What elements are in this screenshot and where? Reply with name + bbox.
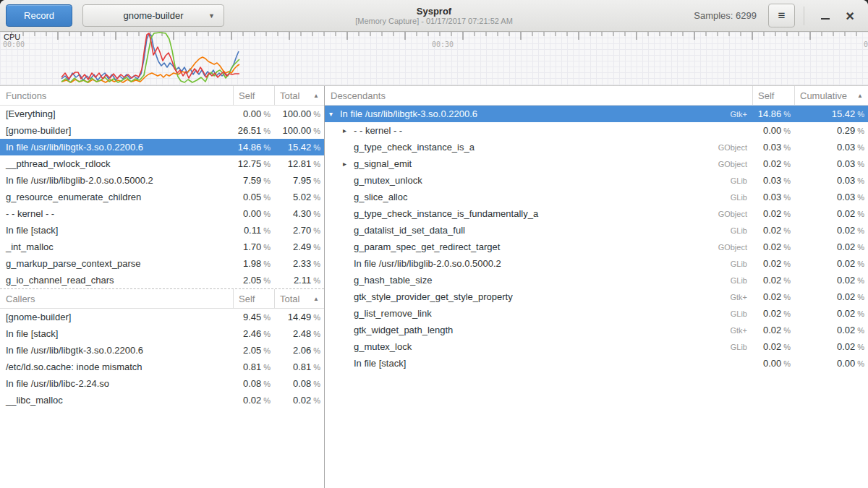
percent-sign-icon: % — [783, 143, 791, 152]
total-value: 15.42% — [274, 142, 324, 153]
tree-row[interactable]: gtk_widget_path_lengthGtk+0.02%0.02% — [325, 322, 868, 338]
self-value: 0.02% — [752, 325, 794, 335]
descendants-table: ▾In file /usr/lib/libgtk-3.so.0.2200.6Gt… — [325, 106, 868, 372]
self-value: 9.45% — [233, 312, 274, 322]
function-label: In file /usr/lib/libgtk-3.so.0.2200.6 — [340, 108, 477, 119]
tree-row[interactable]: g_param_spec_get_redirect_targetGObject0… — [325, 239, 868, 255]
tree-row[interactable]: g_hash_table_sizeGLib0.02%0.02% — [325, 272, 868, 288]
table-row[interactable]: In file [stack]0.11%2.70% — [0, 222, 324, 239]
percent-sign-icon: % — [263, 380, 271, 388]
column-header-total[interactable]: Total▲ — [274, 86, 324, 105]
caller-name: In file /usr/lib/libgtk-3.so.0.2200.6 — [0, 345, 233, 356]
percent-value: 0.02 — [763, 325, 781, 335]
cumulative-value: 0.03% — [794, 158, 868, 169]
table-row[interactable]: /etc/ld.so.cache: inode mismatch0.81%0.8… — [0, 359, 324, 375]
column-header-self[interactable]: Self — [233, 86, 274, 105]
table-row[interactable]: In file /usr/lib/libgtk-3.so.0.2200.62.0… — [0, 342, 324, 359]
column-header-descendants[interactable]: Descendants — [325, 86, 752, 105]
percent-value: 12.75 — [238, 158, 262, 169]
percent-value: 1.98 — [243, 258, 261, 269]
tree-row[interactable]: g_mutex_lockGLib0.02%0.02% — [325, 338, 868, 355]
function-label: g_resource_enumerate_children — [6, 192, 141, 202]
percent-value: 0.00 — [837, 358, 855, 369]
expander-right-icon[interactable]: ▸ — [343, 160, 354, 168]
percent-value: 9.45 — [243, 312, 261, 322]
percent-sign-icon: % — [857, 176, 864, 185]
tree-row[interactable]: ▸g_signal_emitGObject0.02%0.03% — [325, 155, 868, 172]
minimize-button[interactable] — [813, 4, 838, 28]
table-row[interactable]: [gnome-builder]9.45%14.49% — [0, 309, 324, 325]
record-button[interactable]: Record — [6, 4, 72, 27]
library-badge: GObject — [718, 210, 752, 218]
table-row[interactable]: In file [stack]2.46%2.48% — [0, 325, 324, 342]
menu-button[interactable]: ≡ — [768, 4, 795, 27]
table-row[interactable]: - - kernel - -0.00%4.30% — [0, 205, 324, 222]
tree-row[interactable]: g_list_remove_linkGLib0.02%0.02% — [325, 305, 868, 322]
percent-value: 0.02 — [837, 275, 855, 286]
self-value: 2.05% — [233, 345, 274, 356]
tree-row[interactable]: ▸- - kernel - -0.00%0.29% — [325, 122, 868, 139]
percent-sign-icon: % — [313, 143, 320, 152]
library-badge: Gtk+ — [730, 326, 752, 335]
table-row[interactable]: _int_malloc1.70%2.49% — [0, 239, 324, 255]
descendant-name: g_datalist_id_set_data_fullGLib — [325, 225, 752, 236]
descendant-name: g_param_spec_get_redirect_targetGObject — [325, 241, 752, 252]
function-label: __libc_malloc — [6, 395, 63, 406]
table-row[interactable]: __libc_malloc0.02%0.02% — [0, 392, 324, 408]
cpu-graph[interactable]: CPU 00:00 00:30 01:00 — [0, 32, 868, 86]
self-value: 0.02% — [752, 308, 794, 319]
expander-down-icon[interactable]: ▾ — [329, 111, 340, 118]
function-label: g_datalist_id_set_data_full — [354, 225, 465, 236]
tree-row[interactable]: ▾In file /usr/lib/libgtk-3.so.0.2200.6Gt… — [325, 106, 868, 122]
cumulative-value: 0.02% — [794, 341, 868, 352]
percent-value: 0.08 — [293, 378, 311, 389]
table-row[interactable]: In file /usr/lib/libgtk-3.so.0.2200.614.… — [0, 139, 324, 155]
table-row[interactable]: g_resource_enumerate_children0.05%5.02% — [0, 189, 324, 205]
tree-row[interactable]: g_slice_allocGLib0.03%0.03% — [325, 189, 868, 205]
percent-value: 0.02 — [837, 225, 855, 236]
function-label: - - kernel - - — [354, 125, 402, 136]
table-row[interactable]: [Everything]0.00%100.00% — [0, 106, 324, 122]
tree-row[interactable]: In file [stack]0.00%0.00% — [325, 355, 868, 372]
close-button[interactable]: × — [838, 4, 862, 28]
percent-sign-icon: % — [263, 176, 271, 185]
table-row[interactable]: g_io_channel_read_chars2.05%2.11% — [0, 272, 324, 288]
percent-sign-icon: % — [857, 193, 864, 202]
library-badge: GLib — [731, 343, 752, 351]
expander-right-icon[interactable]: ▸ — [343, 127, 354, 134]
caller-name: In file [stack] — [0, 328, 233, 339]
column-header-functions[interactable]: Functions — [0, 86, 233, 105]
function-name: g_io_channel_read_chars — [0, 275, 233, 286]
total-value: 2.11% — [274, 275, 324, 286]
percent-value: 0.00 — [243, 108, 261, 119]
self-value: 0.03% — [752, 175, 794, 186]
column-header-self[interactable]: Self — [233, 289, 274, 308]
column-header-total[interactable]: Total▲ — [274, 289, 324, 308]
column-header-callers[interactable]: Callers — [0, 289, 233, 308]
library-badge: GLib — [731, 260, 752, 268]
function-label: g_list_remove_link — [354, 308, 432, 319]
tree-row[interactable]: g_type_check_instance_is_fundamentally_a… — [325, 205, 868, 222]
table-row[interactable]: __pthread_rwlock_rdlock12.75%12.81% — [0, 155, 324, 172]
percent-sign-icon: % — [857, 210, 864, 218]
tree-row[interactable]: gtk_style_provider_get_style_propertyGtk… — [325, 288, 868, 305]
tree-row[interactable]: In file /usr/lib/libglib-2.0.so.0.5000.2… — [325, 255, 868, 272]
column-header-self[interactable]: Self — [752, 86, 794, 105]
percent-sign-icon: % — [783, 127, 791, 135]
column-header-cumulative[interactable]: Cumulative▲ — [794, 86, 868, 105]
percent-sign-icon: % — [313, 330, 320, 338]
percent-value: 0.81 — [243, 361, 261, 372]
function-name: [Everything] — [0, 108, 233, 119]
tree-row[interactable]: g_mutex_unlockGLib0.03%0.03% — [325, 172, 868, 189]
percent-value: 0.02 — [763, 241, 781, 252]
table-row[interactable]: In file /usr/lib/libc-2.24.so0.08%0.08% — [0, 375, 324, 392]
percent-value: 0.03 — [763, 192, 781, 202]
process-selector[interactable]: gnome-builder ▼ — [82, 4, 224, 27]
library-badge: GObject — [718, 160, 752, 168]
table-row[interactable]: [gnome-builder]26.51%100.00% — [0, 122, 324, 139]
table-row[interactable]: In file /usr/lib/libglib-2.0.so.0.5000.2… — [0, 172, 324, 189]
tree-row[interactable]: g_type_check_instance_is_aGObject0.03%0.… — [325, 139, 868, 155]
tree-row[interactable]: g_datalist_id_set_data_fullGLib0.02%0.02… — [325, 222, 868, 239]
close-icon: × — [846, 9, 854, 23]
table-row[interactable]: g_markup_parse_context_parse1.98%2.33% — [0, 255, 324, 272]
